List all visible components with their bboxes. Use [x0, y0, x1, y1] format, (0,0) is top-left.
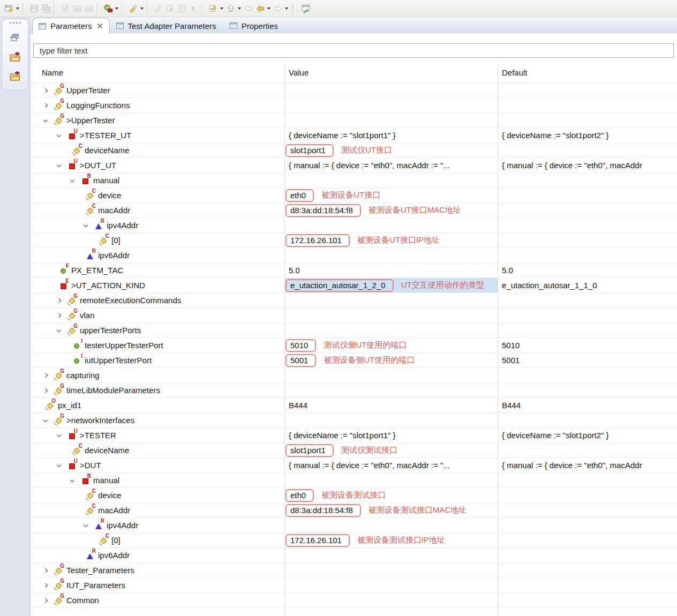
table-row[interactable]: Gcapturing: [31, 368, 677, 383]
link-editor-icon[interactable]: [164, 2, 176, 15]
table-row[interactable]: GupperTesterPorts: [31, 323, 677, 338]
back-arrow-active-icon[interactable]: [254, 2, 266, 15]
chevron-right-icon[interactable]: [42, 104, 55, 107]
doc-outline-icon[interactable]: [176, 2, 188, 15]
table-row[interactable]: Ripv6Addr: [31, 548, 677, 563]
format-brush-icon[interactable]: [127, 2, 139, 15]
table-row[interactable]: E>UT_ACTION_KINDe_utaction_autosar_1_2_0…: [31, 278, 677, 293]
table-row[interactable]: Cdeviceeth0被测设备UT接口: [31, 188, 677, 203]
codegen2-icon[interactable]: 10?: [83, 2, 95, 15]
table-row[interactable]: ItesterUpperTesterPort5010测试仪侧UT使用的端口501…: [31, 338, 677, 353]
restore-views-icon[interactable]: [8, 31, 22, 44]
table-row[interactable]: Cdeviceeth0被测设备测试接口: [31, 488, 677, 503]
table-row[interactable]: U>TESTER{ deviceName := "slot1port1" }{ …: [31, 428, 677, 443]
chevron-down-icon[interactable]: [69, 479, 81, 482]
table-row[interactable]: U>TESTER_UT{ deviceName := "slot1port1" …: [31, 128, 677, 143]
chevron-right-icon[interactable]: [42, 584, 55, 587]
chevron-down-icon[interactable]: [55, 164, 68, 167]
chevron-right-icon[interactable]: [42, 389, 55, 392]
dropdown-arrow-icon[interactable]: [220, 7, 223, 10]
table-row[interactable]: GCommon: [31, 593, 677, 608]
chevron-down-icon[interactable]: [42, 119, 55, 122]
table-row[interactable]: GTester_Parameters: [31, 563, 677, 578]
table-row[interactable]: FPX_ETM_TAC5.05.0: [31, 263, 677, 278]
pilcrow-icon[interactable]: ¶: [188, 2, 200, 15]
filter-input[interactable]: [33, 43, 674, 58]
param-name: >networkInterfaces: [66, 416, 134, 425]
chevron-down-icon[interactable]: [55, 464, 68, 467]
tab-test-adapter-parameters[interactable]: Test Adapter Parameters: [110, 18, 223, 33]
close-icon[interactable]: [97, 23, 103, 29]
table-row[interactable]: Bmanual: [31, 473, 677, 488]
validate-icon[interactable]: [59, 2, 71, 15]
tab-parameters[interactable]: Parameters: [32, 18, 110, 34]
folder-shortcut-icon-2[interactable]: [8, 70, 22, 82]
compile-icon[interactable]: [102, 2, 114, 15]
charstring-type-icon: C: [100, 536, 108, 545]
table-row[interactable]: Opx_id1B444B444: [31, 398, 677, 413]
param-default: { deviceName := "slot1port2" }: [502, 431, 609, 440]
dropdown-arrow-icon[interactable]: [238, 7, 241, 10]
chevron-down-icon[interactable]: [55, 329, 68, 332]
chevron-down-icon[interactable]: [82, 224, 95, 227]
enum-type-icon: E: [59, 281, 68, 290]
task-icon[interactable]: [207, 2, 219, 15]
table-row[interactable]: U>DUT{ manual := { device := "eth0", mac…: [31, 458, 677, 473]
table-row[interactable]: G>UpperTester: [31, 113, 677, 128]
table-row[interactable]: GremoteExecutionCommands: [31, 293, 677, 308]
chevron-right-icon[interactable]: [42, 89, 55, 92]
drag-handle-icon[interactable]: [10, 22, 21, 24]
table-row[interactable]: GUpperTester: [31, 83, 677, 98]
last-edit-location-icon[interactable]: [300, 2, 312, 15]
table-row[interactable]: C[0]172.16.26.101被测设备测试接口IP地址: [31, 533, 677, 548]
table-row[interactable]: GtimeLibModuleParameters: [31, 383, 677, 398]
table-row[interactable]: G>networkInterfaces: [31, 413, 677, 428]
table-row[interactable]: GIUT_Parameters: [31, 578, 677, 593]
table-row[interactable]: Gvlan: [31, 308, 677, 323]
table-row[interactable]: Ripv4Addr: [31, 518, 677, 533]
dropdown-arrow-icon[interactable]: [16, 7, 19, 10]
column-header-value[interactable]: Value: [289, 68, 309, 77]
save-all-icon[interactable]: [40, 2, 52, 15]
dropdown-arrow-icon[interactable]: [267, 7, 270, 10]
table-row[interactable]: Bmanual: [31, 173, 677, 188]
back-arrow-icon[interactable]: [243, 2, 254, 15]
brush-disabled-icon[interactable]: [153, 2, 164, 15]
table-row[interactable]: CdeviceNameslot1port1测试仪UT接口: [31, 143, 677, 158]
chevron-right-icon[interactable]: [42, 374, 55, 377]
folder-shortcut-icon[interactable]: [8, 50, 22, 63]
chevron-down-icon[interactable]: [55, 134, 68, 137]
tab-properties[interactable]: Properties: [223, 18, 285, 33]
group-type-icon: G: [55, 581, 63, 590]
table-row[interactable]: U>DUT_UT{ manual := { device := "eth0", …: [31, 158, 677, 173]
table-row[interactable]: CdeviceNameslot1port1测试仪测试接口: [31, 443, 677, 458]
chevron-down-icon[interactable]: [69, 179, 81, 182]
dropdown-arrow-icon[interactable]: [115, 7, 118, 10]
new-wizard-icon[interactable]: [3, 2, 15, 15]
table-row[interactable]: Ripv4Addr: [31, 218, 677, 233]
chevron-down-icon[interactable]: [55, 434, 68, 437]
chevron-down-icon[interactable]: [42, 419, 55, 422]
chevron-right-icon[interactable]: [42, 599, 55, 602]
forward-arrow-icon[interactable]: [272, 2, 284, 15]
chevron-down-icon[interactable]: [82, 524, 95, 527]
annotation-box: 5001: [285, 354, 316, 367]
table-row[interactable]: GLoggingFunctions: [31, 98, 677, 113]
table-row[interactable]: Ripv6Addr: [31, 248, 677, 263]
chevron-right-icon[interactable]: [55, 314, 68, 317]
dropdown-arrow-icon[interactable]: [140, 7, 144, 10]
up-arrow-icon[interactable]: [225, 2, 237, 15]
view-tabbar: ParametersTest Adapter ParametersPropert…: [31, 17, 677, 33]
table-row[interactable]: CmacAddrd8:3a:dd:18:54:f8被测设备测试接口MAC地址: [31, 503, 677, 518]
chevron-right-icon[interactable]: [55, 299, 68, 302]
table-row[interactable]: C[0]172.16.26.101被测设备UT接口IP地址: [31, 233, 677, 248]
tab-label: Properties: [242, 21, 278, 31]
codegen-icon[interactable]: 101: [71, 2, 83, 15]
chevron-right-icon[interactable]: [42, 569, 55, 572]
table-row[interactable]: IiutUpperTesterPort5001被测设备侧UT使用的端口5001: [31, 353, 677, 368]
save-icon[interactable]: [28, 2, 40, 15]
column-header-default[interactable]: Default: [502, 68, 528, 77]
column-header-name[interactable]: Name: [42, 68, 63, 77]
table-row[interactable]: CmacAddrd8:3a:dd:18:54:f8被测设备UT接口MAC地址: [31, 203, 677, 218]
dropdown-arrow-icon[interactable]: [285, 7, 288, 10]
